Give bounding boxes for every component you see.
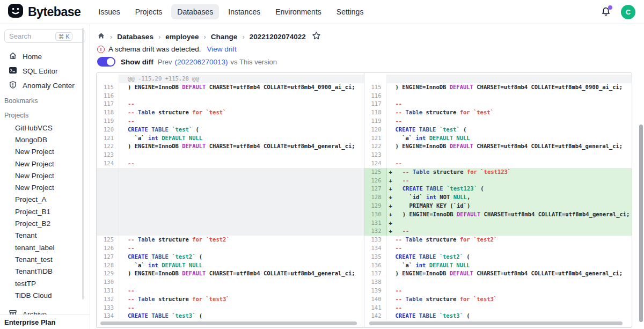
line-number: 115	[97, 83, 119, 92]
avatar[interactable]: C	[621, 5, 635, 19]
schema-drift-alert: ! A schema drift was detected. View drif…	[97, 45, 237, 53]
code-line: + -- Table structure for `test123`	[387, 168, 632, 177]
sidebar-project-item[interactable]: New Project	[0, 158, 90, 170]
breadcrumb-home-icon[interactable]	[97, 32, 105, 42]
left-horizontal-scrollbar[interactable]	[100, 321, 357, 325]
code-line: + PRIMARY KEY (`id`)	[387, 202, 632, 210]
diff-row-added: 128+ `id` int NOT NULL,	[364, 193, 632, 202]
diff-row: 138	[364, 278, 632, 287]
sidebar-project-item[interactable]: TenantTiDB	[0, 266, 90, 277]
line-number: 121	[97, 134, 119, 143]
nav-item-issues[interactable]: Issues	[92, 4, 126, 19]
prev-version-link[interactable]: (202206270013)	[174, 58, 228, 66]
diff-row: 126--	[97, 244, 364, 253]
prev-label: Prev	[158, 58, 172, 66]
notifications-button[interactable]	[601, 6, 611, 17]
sidebar-project-item[interactable]: testTP	[0, 277, 90, 289]
line-number: 130	[364, 210, 387, 219]
code-line: + --	[387, 177, 632, 185]
sidebar-project-item[interactable]: Project_A	[0, 194, 90, 206]
diff-row: 130	[97, 278, 364, 287]
line-number: 133	[364, 236, 387, 244]
star-icon[interactable]	[312, 31, 321, 42]
diff-row-added: 126+ --	[364, 177, 632, 185]
sidebar-item-home[interactable]: Home	[0, 49, 90, 64]
diff-row-added: 131+	[364, 219, 632, 228]
diff-row: 124--	[97, 159, 364, 168]
sidebar-item-sql-editor[interactable]: SQL Editor	[0, 64, 90, 78]
diff-row: 115) ENGINE=InnoDB DEFAULT CHARSET=utf8m…	[364, 83, 632, 92]
diff-row: 137) ENGINE=InnoDB DEFAULT CHARSET=utf8m…	[364, 269, 632, 278]
diff-row: 120CREATE TABLE `test` (	[97, 126, 364, 134]
sidebar-project-item[interactable]: tenant_label	[0, 242, 90, 253]
nav-item-instances[interactable]: Instances	[222, 4, 266, 19]
view-drift-link[interactable]: View drift	[207, 45, 237, 53]
search-input[interactable]	[9, 32, 55, 40]
diff-row: 123	[97, 151, 364, 159]
line-number: 139	[364, 287, 387, 295]
alert-text: A schema drift was detected.	[108, 45, 201, 53]
breadcrumb-item[interactable]: Change	[211, 33, 238, 41]
sidebar-project-item[interactable]: Tenant_test	[0, 253, 90, 265]
code-line: --	[387, 159, 632, 168]
nav-item-environments[interactable]: Environments	[269, 4, 327, 19]
line-number: 140	[364, 295, 387, 304]
chevron-right-icon: ›	[242, 33, 244, 41]
code-line: -- Table structure for `test2`	[387, 236, 632, 244]
code-line: --	[387, 100, 632, 108]
sidebar-project-item[interactable]: New Project	[0, 146, 90, 158]
bytebase-logo[interactable]: Bytebase	[0, 3, 80, 21]
warning-icon: !	[97, 46, 105, 53]
line-number: 126	[364, 177, 387, 185]
diff-row-added: 127+ CREATE TABLE `test123` (	[364, 185, 632, 193]
sidebar-project-item[interactable]: New Project	[0, 170, 90, 181]
line-number: 129	[97, 269, 119, 278]
home-icon	[9, 52, 17, 62]
sidebar-project-item[interactable]: Project_B1	[0, 206, 90, 217]
breadcrumb-item[interactable]: employee	[165, 33, 199, 41]
sidebar-project-item[interactable]: GitHubVCS	[0, 122, 90, 134]
line-number: 133	[97, 304, 119, 312]
sidebar-item-anomaly-center[interactable]: Anomaly Center	[0, 78, 90, 93]
nav-item-databases[interactable]: Databases	[171, 4, 219, 19]
breadcrumb-item: 20221202074022	[250, 33, 306, 41]
line-number: 126	[97, 244, 119, 253]
line-number: 128	[97, 261, 119, 270]
code-line: -- Table structure for `test2`	[119, 236, 364, 244]
diff-row: 140-- Table structure for `test3`	[364, 295, 632, 304]
show-diff-toggle[interactable]	[97, 57, 115, 67]
diff-row: 131--	[97, 287, 364, 295]
right-horizontal-scrollbar[interactable]	[369, 321, 623, 325]
line-number: 142	[364, 312, 387, 320]
line-number: 123	[364, 151, 387, 159]
page-vertical-scrollbar[interactable]	[639, 125, 643, 322]
code-line: CREATE TABLE `test` (	[119, 126, 364, 134]
sidebar-scrollbar[interactable]	[82, 28, 84, 299]
line-number: 141	[364, 304, 387, 312]
breadcrumb-item[interactable]: Databases	[117, 33, 153, 41]
diff-row-added: 130+ ) ENGINE=InnoDB DEFAULT CHARSET=utf…	[364, 210, 632, 219]
navbar-links: IssuesProjectsDatabasesInstancesEnvironm…	[92, 4, 369, 19]
code-line: ) ENGINE=InnoDB DEFAULT CHARSET=utf8mb4 …	[119, 83, 364, 92]
code-line: ) ENGINE=InnoDB DEFAULT CHARSET=utf8mb4 …	[119, 269, 364, 278]
hunk-header-row: @@ -115,20 +115,28 @@	[97, 75, 364, 83]
line-number: 127	[364, 185, 387, 193]
sidebar-project-item[interactable]: New Project	[0, 181, 90, 193]
hunk-header-row	[364, 75, 632, 83]
code-line: + --	[387, 227, 632, 236]
line-number: 128	[364, 193, 387, 202]
sidebar-project-item[interactable]: TiDB Cloud	[0, 289, 90, 301]
sidebar-project-item[interactable]: Project_B2	[0, 217, 90, 229]
diff-row: 119--	[364, 117, 632, 126]
nav-item-settings[interactable]: Settings	[331, 4, 370, 19]
sidebar-item-label: Anomaly Center	[23, 82, 75, 90]
diff-row: 120CREATE TABLE `test` (	[364, 126, 632, 134]
nav-item-projects[interactable]: Projects	[129, 4, 169, 19]
code-line: CREATE TABLE `test3` (	[387, 312, 632, 320]
diff-row: 117--	[97, 100, 364, 108]
search-box[interactable]: ⌘ K	[4, 30, 85, 43]
code-line	[387, 92, 632, 100]
sidebar-project-item[interactable]: MongoDB	[0, 134, 90, 145]
sidebar-project-item[interactable]: Tenant	[0, 230, 90, 242]
code-line: -- Table structure for `test`	[119, 108, 364, 117]
